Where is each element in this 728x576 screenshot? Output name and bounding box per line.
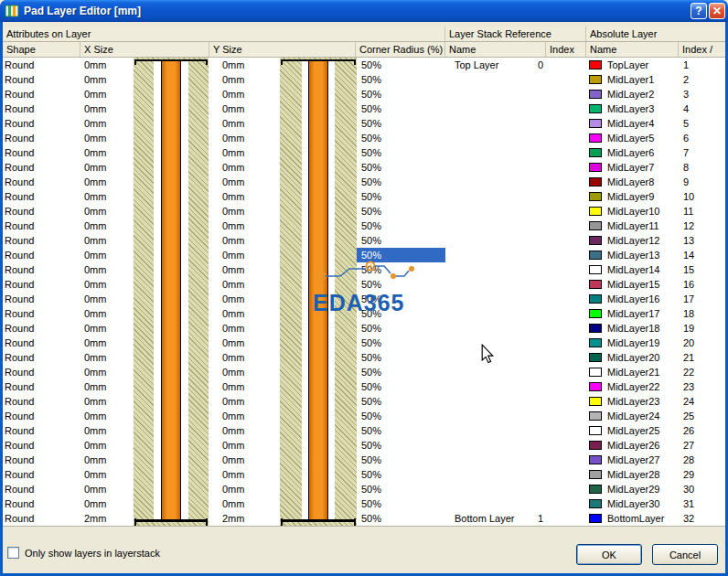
cell-corner-radius[interactable]: 50%	[357, 219, 445, 233]
layer-color-swatch[interactable]	[589, 324, 602, 333]
cell-x-size[interactable]: 0mm	[84, 423, 130, 438]
cell-corner-radius[interactable]: 50%	[357, 365, 445, 379]
layer-color-swatch[interactable]	[589, 441, 602, 450]
cell-corner-radius[interactable]: 50%	[357, 453, 445, 467]
cell-x-size[interactable]: 0mm	[84, 160, 130, 175]
cell-x-size[interactable]: 0mm	[84, 131, 130, 145]
column-header-stack-index[interactable]: Index	[546, 42, 586, 57]
cell-corner-radius[interactable]: 50%	[357, 277, 445, 292]
layer-color-swatch[interactable]	[589, 133, 602, 143]
layer-color-swatch[interactable]	[589, 455, 602, 464]
cell-y-size[interactable]: 0mm	[222, 482, 275, 496]
column-header-shape[interactable]: Shape	[3, 42, 80, 57]
cancel-button[interactable]: Cancel	[652, 544, 718, 565]
table-row[interactable]: Round0mm0mm50%MidLayer12	[3, 72, 725, 87]
table-row[interactable]: Round0mm0mm50%MidLayer1112	[3, 219, 725, 233]
cell-x-size[interactable]: 0mm	[84, 321, 130, 336]
cell-shape[interactable]: Round	[5, 365, 78, 379]
cell-y-size[interactable]: 0mm	[222, 248, 275, 262]
cell-shape[interactable]: Round	[5, 189, 78, 204]
cell-corner-radius[interactable]: 50%	[357, 321, 445, 336]
cell-y-size[interactable]: 0mm	[222, 101, 275, 116]
cell-corner-radius[interactable]: 50%	[357, 189, 445, 204]
cell-shape[interactable]: Round	[5, 58, 78, 72]
cell-y-size[interactable]: 0mm	[222, 145, 275, 160]
cell-shape[interactable]: Round	[5, 423, 78, 438]
cell-x-size[interactable]: 0mm	[84, 482, 130, 496]
cell-corner-radius[interactable]: 50%	[357, 292, 445, 306]
table-row[interactable]: Round0mm0mm50%MidLayer1516	[3, 277, 725, 292]
table-row[interactable]: Round0mm0mm50%MidLayer1819	[3, 321, 725, 336]
layer-color-swatch[interactable]	[589, 514, 602, 523]
cell-corner-radius[interactable]: 50%	[357, 175, 445, 189]
cell-y-size[interactable]: 0mm	[222, 87, 275, 101]
cell-x-size[interactable]: 0mm	[84, 58, 130, 72]
table-row[interactable]: Round0mm0mm50%MidLayer1314	[3, 248, 725, 262]
layer-color-swatch[interactable]	[589, 280, 602, 289]
layer-color-swatch[interactable]	[589, 485, 602, 494]
cell-shape[interactable]: Round	[5, 292, 78, 306]
cell-x-size[interactable]: 0mm	[84, 350, 130, 365]
layer-color-swatch[interactable]	[589, 119, 602, 128]
cell-shape[interactable]: Round	[5, 248, 78, 262]
layer-color-swatch[interactable]	[589, 251, 602, 260]
cell-x-size[interactable]: 0mm	[84, 233, 130, 248]
table-row[interactable]: Round0mm0mm50%MidLayer2627	[3, 438, 725, 453]
cell-corner-radius[interactable]: 50%	[357, 409, 445, 423]
cell-x-size[interactable]: 0mm	[84, 277, 130, 292]
layer-color-swatch[interactable]	[589, 236, 602, 245]
layer-color-swatch[interactable]	[589, 163, 602, 172]
table-row[interactable]: Round0mm0mm50%MidLayer2425	[3, 409, 725, 423]
cell-corner-radius[interactable]: 50%	[357, 160, 445, 175]
table-row[interactable]: Round0mm0mm50%MidLayer1415	[3, 262, 725, 277]
cell-y-size[interactable]: 0mm	[222, 336, 275, 350]
cell-y-size[interactable]: 0mm	[222, 262, 275, 277]
cell-x-size[interactable]: 0mm	[84, 336, 130, 350]
layer-color-swatch[interactable]	[589, 75, 602, 84]
cell-corner-radius[interactable]: 50%	[357, 379, 445, 394]
table-row[interactable]: Round0mm0mm50%MidLayer78	[3, 160, 725, 175]
cell-x-size[interactable]: 0mm	[84, 101, 130, 116]
ok-button[interactable]: OK	[576, 544, 642, 565]
column-header-corner-radius[interactable]: Corner Radius (%)	[356, 42, 445, 57]
cell-x-size[interactable]: 0mm	[84, 116, 130, 131]
cell-x-size[interactable]: 0mm	[84, 72, 130, 87]
cell-shape[interactable]: Round	[5, 350, 78, 365]
table-row[interactable]: Round0mm0mm50%MidLayer2829	[3, 467, 725, 482]
cell-y-size[interactable]: 0mm	[222, 394, 275, 409]
table-row[interactable]: Round0mm0mm50%MidLayer89	[3, 175, 725, 189]
cell-corner-radius[interactable]: 50%	[357, 58, 445, 72]
cell-shape[interactable]: Round	[5, 72, 78, 87]
table-row[interactable]: Round0mm0mm50%MidLayer3031	[3, 496, 725, 511]
cell-y-size[interactable]: 0mm	[222, 116, 275, 131]
cell-shape[interactable]: Round	[5, 101, 78, 116]
cell-x-size[interactable]: 0mm	[84, 394, 130, 409]
cell-x-size[interactable]: 0mm	[84, 496, 130, 511]
layer-color-swatch[interactable]	[589, 353, 602, 362]
table-row[interactable]: Round0mm0mm50%MidLayer2021	[3, 350, 725, 365]
cell-shape[interactable]: Round	[5, 336, 78, 350]
cell-y-size[interactable]: 0mm	[222, 175, 275, 189]
cell-y-size[interactable]: 0mm	[222, 292, 275, 306]
layer-color-swatch[interactable]	[589, 397, 602, 406]
cell-x-size[interactable]: 0mm	[84, 306, 130, 321]
layer-color-swatch[interactable]	[589, 148, 602, 157]
cell-shape[interactable]: Round	[5, 496, 78, 511]
cell-x-size[interactable]: 2mm	[84, 511, 130, 526]
cell-y-size[interactable]: 0mm	[222, 379, 275, 394]
table-row[interactable]: Round0mm0mm50%MidLayer2223	[3, 379, 725, 394]
cell-corner-radius[interactable]: 50%	[357, 336, 445, 350]
table-row[interactable]: Round0mm0mm50%MidLayer910	[3, 189, 725, 204]
cell-y-size[interactable]: 0mm	[222, 350, 275, 365]
layer-color-swatch[interactable]	[589, 470, 602, 479]
table-row[interactable]: Round0mm0mm50%MidLayer34	[3, 101, 725, 116]
layer-color-swatch[interactable]	[589, 338, 602, 347]
cell-y-size[interactable]: 0mm	[222, 306, 275, 321]
titlebar[interactable]: Pad Layer Editor [mm] ? ✕	[0, 0, 728, 22]
cell-x-size[interactable]: 0mm	[84, 467, 130, 482]
table-row[interactable]: Round2mm2mm50%Bottom Layer1BottomLayer32	[3, 511, 725, 526]
layer-color-swatch[interactable]	[589, 104, 602, 113]
cell-corner-radius[interactable]: 50%	[357, 350, 445, 365]
table-row[interactable]: Round0mm0mm50%MidLayer23	[3, 87, 725, 101]
cell-x-size[interactable]: 0mm	[84, 262, 130, 277]
